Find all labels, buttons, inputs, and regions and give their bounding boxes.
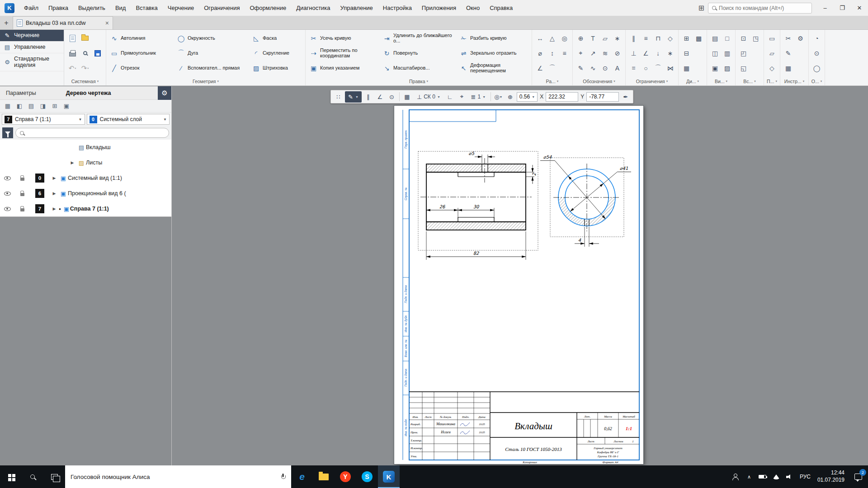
expand-arrow-icon[interactable]: ▶ <box>50 191 59 196</box>
command-search[interactable] <box>708 3 812 14</box>
taskbar-app-edge[interactable]: e <box>291 465 313 488</box>
tool-rotate[interactable]: ↻Повернуть <box>381 46 458 61</box>
network-button[interactable] <box>769 465 783 488</box>
filter-button[interactable] <box>2 127 13 138</box>
tool-icon[interactable]: ▱ <box>769 50 774 57</box>
tool-icon[interactable]: ⌒ <box>655 64 661 72</box>
drawing-canvas[interactable]: ∷ ✎▼ ∥ ∠ ⊙ ▦ ⊥ СК 0 ▼ ∟ ⌖ ≣ 1 ▼ ◎▼ ⊕ 0.5… <box>172 86 868 465</box>
tool-extend[interactable]: ⇥Удлинить до ближайшего о... <box>381 31 458 46</box>
expand-arrow-icon[interactable]: ▶ <box>68 160 77 165</box>
action-center-button[interactable]: 2 <box>848 465 868 488</box>
tool-icon[interactable]: ∥ <box>632 35 635 42</box>
tool-icon[interactable]: △ <box>550 35 555 42</box>
tool-icon[interactable]: ◇ <box>769 65 774 72</box>
ribbon-group-label[interactable]: Ограничения▾ <box>627 77 676 85</box>
hidden-icons-button[interactable]: ∧ <box>742 465 756 488</box>
tool-icon[interactable]: ▣ <box>712 65 718 72</box>
current-layer-selector[interactable]: 0 Системный слой ▼ <box>87 114 170 125</box>
tool-icon[interactable]: ≡ <box>644 35 647 42</box>
minimize-button[interactable]: – <box>816 0 834 16</box>
tool-icon[interactable]: ⊡ <box>741 35 746 42</box>
tool-icon[interactable]: ▩ <box>696 35 702 42</box>
open-document-button[interactable] <box>79 32 91 45</box>
tool-deform-move[interactable]: ↖Деформация перемещением <box>458 61 530 75</box>
tool-icon[interactable]: ◇ <box>668 35 673 42</box>
tool-icon[interactable]: ◫ <box>712 50 718 57</box>
tree-item-view[interactable]: 6 ▶ ▣ Проекционный вид 6 ( <box>0 186 171 201</box>
tool-icon[interactable]: ○ <box>644 65 647 72</box>
tool-icon[interactable]: ▭ <box>769 35 775 42</box>
expand-arrow-icon[interactable]: ▶ <box>50 206 59 211</box>
ortho-mode-icon[interactable]: ∟ <box>445 91 455 102</box>
command-search-input[interactable] <box>719 5 808 11</box>
mode-drawing[interactable]: ✎ Черчение <box>0 30 64 42</box>
zoom-value-field[interactable]: 0.56 ▼ <box>517 92 538 102</box>
menu-item[interactable]: Настройка <box>378 0 417 16</box>
tool-icon[interactable]: ⊙ <box>814 50 820 57</box>
tool-icon[interactable]: ↕ <box>551 50 554 57</box>
tool-icon[interactable]: ▱ <box>603 35 608 42</box>
tree-item-view-current[interactable]: 7 ▶ ● ▣ Справа 7 (1:1) <box>0 201 171 216</box>
drawing-sheet[interactable]: Перв. примен. Справ. № Подп. и дата Инв.… <box>394 106 643 464</box>
visibility-toggle[interactable] <box>0 207 14 211</box>
tool-icon[interactable]: ⌒ <box>549 64 556 72</box>
ribbon-group-label[interactable]: П...▾ <box>766 77 778 85</box>
tool-icon[interactable]: ◳ <box>753 35 759 42</box>
tool-icon[interactable]: □ <box>725 35 729 42</box>
new-tab-button[interactable]: + <box>0 16 13 29</box>
tool-arc[interactable]: ⌒Дуга <box>175 46 250 61</box>
tool-icon[interactable]: = <box>632 65 635 72</box>
menu-item[interactable]: Вид <box>110 0 131 16</box>
tool-autoline[interactable]: ∿Автолиния <box>108 31 175 46</box>
section-view[interactable]: ⌀5 2 26 30 82 <box>418 151 538 260</box>
task-view-button[interactable] <box>43 465 65 488</box>
ribbon-group-label[interactable]: Геометрия▾ <box>108 77 303 85</box>
tool-icon[interactable]: ⊙ <box>603 65 608 72</box>
tool-segment[interactable]: ╱Отрезок <box>108 61 175 75</box>
menu-item[interactable]: Выделить <box>73 0 110 16</box>
clock[interactable]: 12:44 01.07.2019 <box>814 469 848 483</box>
menu-item[interactable]: Файл <box>19 0 43 16</box>
language-indicator[interactable]: РУС <box>797 474 814 480</box>
document-tab[interactable]: Вкладыш 03 на пл.cdw × <box>13 16 113 29</box>
zoom-tool-button[interactable]: ◎▼ <box>493 91 504 102</box>
tool-icon[interactable]: ⌀ <box>538 50 542 57</box>
ribbon-group-label[interactable]: Системная▾ <box>66 77 104 85</box>
menu-item[interactable]: Приложения <box>417 0 461 16</box>
tool-icon[interactable]: ↗ <box>590 50 596 57</box>
microphone-icon[interactable] <box>280 474 286 480</box>
preview-button[interactable] <box>79 47 91 60</box>
tool-icon[interactable]: ▦ <box>684 65 689 72</box>
eyedropper-icon[interactable]: ✒ <box>620 91 631 102</box>
ribbon-group-label[interactable]: Обозначения▾ <box>575 77 623 85</box>
menu-item[interactable]: Управление <box>335 0 378 16</box>
lock-toggle[interactable] <box>14 176 30 181</box>
menu-item[interactable]: Черчение <box>163 0 199 16</box>
tree-item-sheets[interactable]: ▶ ▨ Листы <box>0 155 171 170</box>
side-view[interactable]: ⌀54 ⌀41 4 <box>540 155 631 247</box>
tool-icon[interactable]: ⌖ <box>579 49 583 57</box>
tool-icon[interactable]: ⋈ <box>667 65 674 72</box>
tool-icon[interactable]: ✎ <box>578 65 584 72</box>
alice-search-box[interactable]: Голосовой помощник Алиса <box>65 465 291 488</box>
people-button[interactable] <box>729 465 742 488</box>
snap-center-icon[interactable]: ⌖ <box>457 91 467 102</box>
layer-button[interactable]: ≣ 1 ▼ <box>468 91 488 102</box>
ribbon-group-label[interactable]: Ви...▾ <box>709 77 733 85</box>
save-button[interactable] <box>91 47 104 60</box>
tool-icon[interactable]: ∠ <box>537 65 543 72</box>
close-button[interactable]: ✕ <box>851 0 868 16</box>
coordinate-system-button[interactable]: ⊥ СК 0 ▼ <box>414 91 443 102</box>
tool-hatch[interactable]: ▨Штриховка <box>250 61 303 75</box>
tool-fillet[interactable]: ◜Скругление <box>250 46 303 61</box>
taskbar-app-kompas[interactable]: K <box>378 465 400 488</box>
tree-item-document[interactable]: ▤ Вкладыш <box>0 140 171 155</box>
tool-icon[interactable]: А <box>615 65 619 72</box>
tool-chamfer[interactable]: ◺Фаска <box>250 31 303 46</box>
menu-item[interactable]: Окно <box>461 0 485 16</box>
tool-icon[interactable]: ▤ <box>712 35 718 42</box>
y-coordinate-field[interactable]: -78.77 <box>586 92 619 102</box>
tool-icon[interactable]: ▥ <box>724 50 730 57</box>
tool-icon[interactable]: ⊞ <box>684 35 689 42</box>
tree-toolbar-icon[interactable]: ⊞ <box>49 101 60 111</box>
